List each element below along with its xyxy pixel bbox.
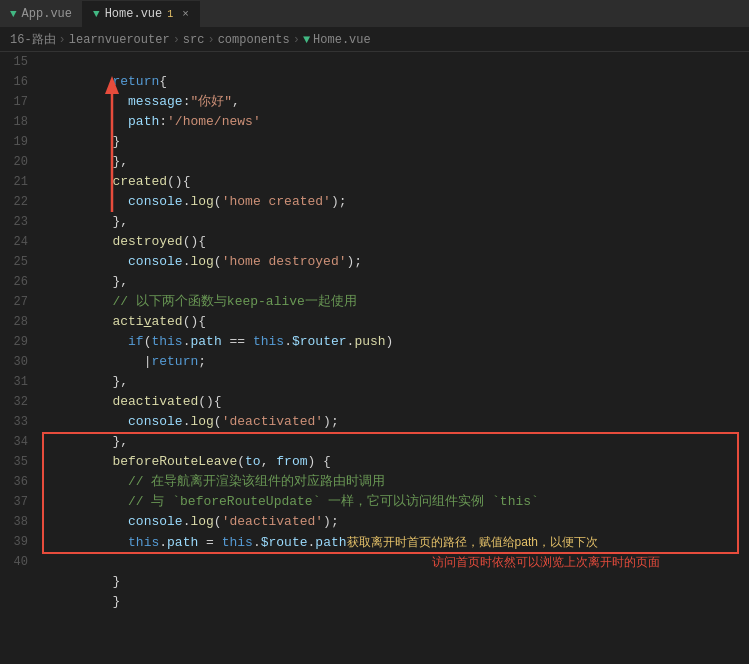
ln-37: 37 xyxy=(0,492,34,512)
ln-39: 39 xyxy=(0,532,34,552)
code-line-15: return{ xyxy=(50,52,749,72)
tab-label-app: App.vue xyxy=(22,7,72,21)
code-line-30: }, xyxy=(50,352,749,372)
ln-33: 33 xyxy=(0,412,34,432)
vue-file-icon: ▼ xyxy=(303,33,310,47)
ln-18: 18 xyxy=(0,112,34,132)
ln-19: 19 xyxy=(0,132,34,152)
ln-32: 32 xyxy=(0,392,34,412)
code-line-25: }, xyxy=(50,252,749,272)
code-line-16: message:"你好", xyxy=(50,72,749,92)
code-line-17: path:'/home/news' xyxy=(50,92,749,112)
ln-26: 26 xyxy=(0,272,34,292)
ln-36: 36 xyxy=(0,472,34,492)
breadcrumb: 16-路由 › learnvuerouter › src › component… xyxy=(0,28,749,52)
code-line-24: console.log('home destroyed'); xyxy=(50,232,749,252)
code-line-32: console.log('deactivated'); xyxy=(50,392,749,412)
code-line-39: } xyxy=(50,552,749,572)
code-line-19: }, xyxy=(50,132,749,152)
code-line-29: |return; xyxy=(50,332,749,352)
code-line-40: } xyxy=(50,572,749,592)
code-line-27: activated(){ xyxy=(50,292,749,312)
code-line-23: destroyed(){ xyxy=(50,212,749,232)
ln-40: 40 xyxy=(0,552,34,572)
breadcrumb-sep-2: › xyxy=(173,33,180,47)
code-line-36: // 与 `beforeRouteUpdate` 一样，它可以访问组件实例 `t… xyxy=(50,472,749,492)
code-line-31: deactivated(){ xyxy=(50,372,749,392)
breadcrumb-item-project: learnvuerouter xyxy=(69,33,170,47)
breadcrumb-item-src: src xyxy=(183,33,205,47)
ln-29: 29 xyxy=(0,332,34,352)
code-line-33: }, xyxy=(50,412,749,432)
code-line-21: console.log('home created'); xyxy=(50,172,749,192)
breadcrumb-sep-3: › xyxy=(207,33,214,47)
code-line-35: // 在导航离开渲染该组件的对应路由时调用 xyxy=(50,452,749,472)
line-numbers: 15 16 17 18 19 20 21 22 23 24 25 26 27 2… xyxy=(0,52,42,659)
code-line-38b: 访问首页时依然可以浏览上次离开时的页面 xyxy=(50,532,749,552)
breadcrumb-item-components: components xyxy=(218,33,290,47)
tab-app-vue[interactable]: ▼ App.vue xyxy=(0,1,83,27)
code-line-38: this.path = this.$route.path获取离开时首页的路径，赋… xyxy=(50,512,749,532)
code-line-20: created(){ xyxy=(50,152,749,172)
tab-label-home: Home.vue xyxy=(105,7,163,21)
tab-home-vue[interactable]: ▼ Home.vue 1 × xyxy=(83,1,200,27)
breadcrumb-sep-1: › xyxy=(59,33,66,47)
tab-modified-badge: 1 xyxy=(167,9,173,20)
vue-icon-app: ▼ xyxy=(10,8,17,20)
code-line-37: console.log('deactivated'); xyxy=(50,492,749,512)
ln-23: 23 xyxy=(0,212,34,232)
ln-34: 34 xyxy=(0,432,34,452)
code-line-28: if(this.path == this.$router.push) xyxy=(50,312,749,332)
ln-17: 17 xyxy=(0,92,34,112)
ln-27: 27 xyxy=(0,292,34,312)
tab-close-button[interactable]: × xyxy=(182,8,189,20)
breadcrumb-item-file: Home.vue xyxy=(313,33,371,47)
red-arrow-svg xyxy=(97,72,127,232)
code-line-34: beforeRouteLeave(to, from) { xyxy=(50,432,749,452)
ln-30: 30 xyxy=(0,352,34,372)
ln-28: 28 xyxy=(0,312,34,332)
svg-marker-1 xyxy=(105,76,119,94)
ln-20: 20 xyxy=(0,152,34,172)
ln-35: 35 xyxy=(0,452,34,472)
ln-24: 24 xyxy=(0,232,34,252)
tab-bar: ▼ App.vue ▼ Home.vue 1 × xyxy=(0,0,749,28)
code-line-18: } xyxy=(50,112,749,132)
ln-21: 21 xyxy=(0,172,34,192)
breadcrumb-sep-4: › xyxy=(293,33,300,47)
breadcrumb-item-route: 16-路由 xyxy=(10,31,56,48)
code-area[interactable]: 15 16 17 18 19 20 21 22 23 24 25 26 27 2… xyxy=(0,52,749,659)
code-content: return{ message:"你好", path:'/home/news' … xyxy=(42,52,749,659)
ln-16: 16 xyxy=(0,72,34,92)
ln-31: 31 xyxy=(0,372,34,392)
ln-38: 38 xyxy=(0,512,34,532)
code-line-22: }, xyxy=(50,192,749,212)
ln-25: 25 xyxy=(0,252,34,272)
code-line-26: // 以下两个函数与keep-alive一起使用 xyxy=(50,272,749,292)
vue-icon-home: ▼ xyxy=(93,8,100,20)
ln-22: 22 xyxy=(0,192,34,212)
ln-15: 15 xyxy=(0,52,34,72)
editor-container: ▼ App.vue ▼ Home.vue 1 × 16-路由 › learnvu… xyxy=(0,0,749,659)
